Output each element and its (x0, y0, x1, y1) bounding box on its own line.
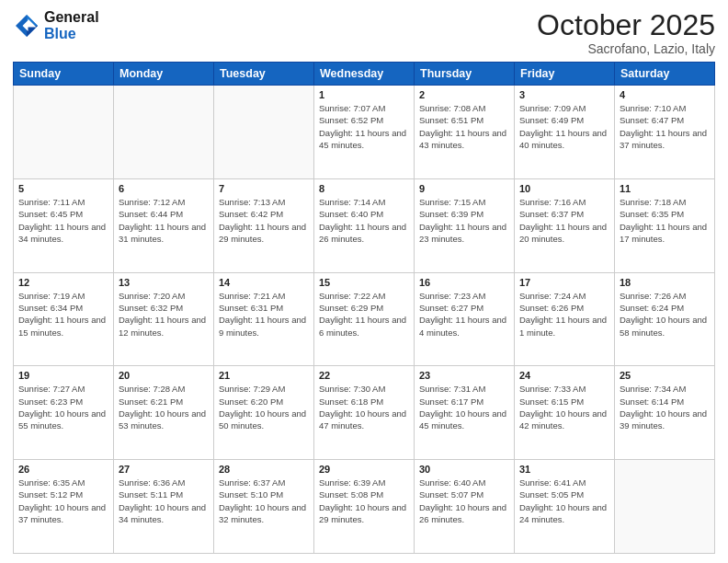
table-row: 19Sunrise: 7:27 AM Sunset: 6:23 PM Dayli… (14, 366, 114, 460)
table-row: 12Sunrise: 7:19 AM Sunset: 6:34 PM Dayli… (14, 272, 114, 366)
table-row: 22Sunrise: 7:30 AM Sunset: 6:18 PM Dayli… (314, 366, 415, 460)
day-number: 21 (219, 370, 309, 381)
day-info: Sunrise: 7:15 AM Sunset: 6:39 PM Dayligh… (419, 196, 509, 245)
table-row: 31Sunrise: 6:41 AM Sunset: 5:05 PM Dayli… (515, 460, 615, 554)
day-info: Sunrise: 7:12 AM Sunset: 6:44 PM Dayligh… (119, 196, 209, 245)
day-info: Sunrise: 7:07 AM Sunset: 6:52 PM Dayligh… (319, 102, 409, 151)
table-row: 15Sunrise: 7:22 AM Sunset: 6:29 PM Dayli… (314, 272, 415, 366)
header-thursday: Thursday (415, 63, 515, 86)
day-info: Sunrise: 7:11 AM Sunset: 6:45 PM Dayligh… (18, 196, 108, 245)
table-row: 29Sunrise: 6:39 AM Sunset: 5:08 PM Dayli… (314, 460, 415, 554)
day-number: 26 (18, 464, 108, 475)
table-row: 17Sunrise: 7:24 AM Sunset: 6:26 PM Dayli… (515, 272, 615, 366)
header-wednesday: Wednesday (314, 63, 415, 86)
day-number: 3 (519, 89, 609, 100)
table-row: 9Sunrise: 7:15 AM Sunset: 6:39 PM Daylig… (415, 178, 515, 272)
table-row (615, 460, 715, 554)
header-tuesday: Tuesday (214, 63, 314, 86)
day-info: Sunrise: 7:24 AM Sunset: 6:26 PM Dayligh… (519, 290, 609, 339)
day-info: Sunrise: 7:27 AM Sunset: 6:23 PM Dayligh… (18, 383, 108, 431)
day-number: 6 (119, 183, 209, 194)
calendar-week-row: 19Sunrise: 7:27 AM Sunset: 6:23 PM Dayli… (14, 366, 715, 460)
day-info: Sunrise: 6:41 AM Sunset: 5:05 PM Dayligh… (519, 477, 609, 525)
page: General Blue October 2025 Sacrofano, Laz… (0, 0, 728, 563)
day-number: 14 (219, 277, 309, 288)
table-row: 6Sunrise: 7:12 AM Sunset: 6:44 PM Daylig… (114, 178, 214, 272)
day-info: Sunrise: 6:39 AM Sunset: 5:08 PM Dayligh… (319, 477, 409, 525)
day-number: 15 (319, 277, 409, 288)
day-info: Sunrise: 7:10 AM Sunset: 6:47 PM Dayligh… (620, 102, 710, 151)
day-info: Sunrise: 7:26 AM Sunset: 6:24 PM Dayligh… (620, 290, 710, 339)
day-info: Sunrise: 7:34 AM Sunset: 6:14 PM Dayligh… (620, 383, 710, 431)
day-number: 12 (18, 277, 108, 288)
logo-text: General Blue (44, 9, 99, 41)
day-info: Sunrise: 7:19 AM Sunset: 6:34 PM Dayligh… (18, 290, 108, 339)
day-number: 18 (620, 277, 710, 288)
day-number: 13 (119, 277, 209, 288)
day-info: Sunrise: 6:37 AM Sunset: 5:10 PM Dayligh… (219, 477, 309, 525)
day-number: 2 (419, 89, 509, 100)
day-number: 27 (119, 464, 209, 475)
calendar-week-row: 12Sunrise: 7:19 AM Sunset: 6:34 PM Dayli… (14, 272, 715, 366)
header-friday: Friday (515, 63, 615, 86)
day-number: 17 (519, 277, 609, 288)
table-row: 27Sunrise: 6:36 AM Sunset: 5:11 PM Dayli… (114, 460, 214, 554)
table-row: 11Sunrise: 7:18 AM Sunset: 6:35 PM Dayli… (615, 178, 715, 272)
logo: General Blue (13, 9, 99, 41)
day-info: Sunrise: 7:16 AM Sunset: 6:37 PM Dayligh… (519, 196, 609, 245)
day-number: 1 (319, 89, 409, 100)
day-number: 28 (219, 464, 309, 475)
table-row: 10Sunrise: 7:16 AM Sunset: 6:37 PM Dayli… (515, 178, 615, 272)
table-row: 30Sunrise: 6:40 AM Sunset: 5:07 PM Dayli… (415, 460, 515, 554)
day-number: 5 (18, 183, 108, 194)
day-number: 24 (519, 370, 609, 381)
subtitle: Sacrofano, Lazio, Italy (537, 41, 715, 56)
table-row: 4Sunrise: 7:10 AM Sunset: 6:47 PM Daylig… (615, 86, 715, 179)
day-number: 29 (319, 464, 409, 475)
day-info: Sunrise: 7:33 AM Sunset: 6:15 PM Dayligh… (519, 383, 609, 431)
header-monday: Monday (114, 63, 214, 86)
day-info: Sunrise: 7:30 AM Sunset: 6:18 PM Dayligh… (319, 383, 409, 431)
day-info: Sunrise: 7:20 AM Sunset: 6:32 PM Dayligh… (119, 290, 209, 339)
day-info: Sunrise: 6:40 AM Sunset: 5:07 PM Dayligh… (419, 477, 509, 525)
table-row: 28Sunrise: 6:37 AM Sunset: 5:10 PM Dayli… (214, 460, 314, 554)
day-info: Sunrise: 7:29 AM Sunset: 6:20 PM Dayligh… (219, 383, 309, 431)
day-number: 7 (219, 183, 309, 194)
calendar-week-row: 1Sunrise: 7:07 AM Sunset: 6:52 PM Daylig… (14, 86, 715, 179)
table-row (14, 86, 114, 179)
day-number: 25 (620, 370, 710, 381)
table-row: 1Sunrise: 7:07 AM Sunset: 6:52 PM Daylig… (314, 86, 415, 179)
calendar-header-row: Sunday Monday Tuesday Wednesday Thursday… (14, 63, 715, 86)
table-row: 21Sunrise: 7:29 AM Sunset: 6:20 PM Dayli… (214, 366, 314, 460)
day-number: 30 (419, 464, 509, 475)
header-saturday: Saturday (615, 63, 715, 86)
day-info: Sunrise: 7:28 AM Sunset: 6:21 PM Dayligh… (119, 383, 209, 431)
day-number: 31 (519, 464, 609, 475)
table-row: 16Sunrise: 7:23 AM Sunset: 6:27 PM Dayli… (415, 272, 515, 366)
table-row: 20Sunrise: 7:28 AM Sunset: 6:21 PM Dayli… (114, 366, 214, 460)
day-number: 4 (620, 89, 710, 100)
day-info: Sunrise: 7:23 AM Sunset: 6:27 PM Dayligh… (419, 290, 509, 339)
table-row: 3Sunrise: 7:09 AM Sunset: 6:49 PM Daylig… (515, 86, 615, 179)
day-info: Sunrise: 7:21 AM Sunset: 6:31 PM Dayligh… (219, 290, 309, 339)
day-number: 9 (419, 183, 509, 194)
table-row: 23Sunrise: 7:31 AM Sunset: 6:17 PM Dayli… (415, 366, 515, 460)
table-row: 14Sunrise: 7:21 AM Sunset: 6:31 PM Dayli… (214, 272, 314, 366)
table-row (114, 86, 214, 179)
table-row: 25Sunrise: 7:34 AM Sunset: 6:14 PM Dayli… (615, 366, 715, 460)
day-info: Sunrise: 7:22 AM Sunset: 6:29 PM Dayligh… (319, 290, 409, 339)
table-row: 18Sunrise: 7:26 AM Sunset: 6:24 PM Dayli… (615, 272, 715, 366)
calendar-table: Sunday Monday Tuesday Wednesday Thursday… (13, 62, 715, 554)
calendar-week-row: 26Sunrise: 6:35 AM Sunset: 5:12 PM Dayli… (14, 460, 715, 554)
table-row: 13Sunrise: 7:20 AM Sunset: 6:32 PM Dayli… (114, 272, 214, 366)
day-info: Sunrise: 7:13 AM Sunset: 6:42 PM Dayligh… (219, 196, 309, 245)
svg-marker-2 (27, 26, 38, 37)
logo-icon (13, 12, 40, 40)
header-sunday: Sunday (14, 63, 114, 86)
day-info: Sunrise: 7:14 AM Sunset: 6:40 PM Dayligh… (319, 196, 409, 245)
table-row: 8Sunrise: 7:14 AM Sunset: 6:40 PM Daylig… (314, 178, 415, 272)
header: General Blue October 2025 Sacrofano, Laz… (13, 9, 715, 56)
day-info: Sunrise: 6:35 AM Sunset: 5:12 PM Dayligh… (18, 477, 108, 525)
day-number: 11 (620, 183, 710, 194)
table-row (214, 86, 314, 179)
